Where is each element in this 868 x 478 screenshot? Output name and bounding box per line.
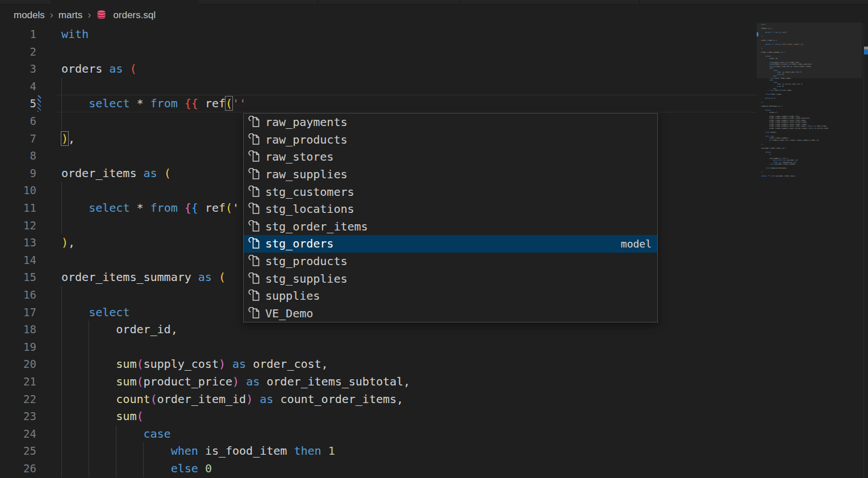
token: [61, 357, 116, 371]
token: order_cost,: [253, 357, 328, 371]
token: [136, 166, 143, 180]
line-number: 7: [0, 130, 36, 148]
code-text: with: [61, 26, 89, 43]
suggest-item-raw_payments[interactable]: raw_payments: [244, 114, 657, 131]
token: select: [89, 201, 130, 215]
snippet-icon: [248, 186, 261, 198]
code-line[interactable]: 20 sum(supply_cost) as order_cost,: [0, 355, 757, 373]
suggest-item-detail: model: [621, 238, 652, 250]
suggest-item-stg_products[interactable]: stg_products: [244, 253, 657, 270]
code-line[interactable]: 4: [0, 78, 757, 95]
suggest-item-stg_supplies[interactable]: stg_supplies: [244, 270, 657, 287]
minimap-content: with orders as ( select * from {{ ref(''…: [757, 24, 862, 178]
suggest-item-stg_locations[interactable]: stg_locations: [244, 200, 657, 218]
minimap[interactable]: with orders as ( select * from {{ ref(''…: [757, 24, 862, 194]
token: as: [232, 357, 246, 371]
code-line[interactable]: 2: [0, 43, 757, 61]
code-text: order_items as (: [61, 165, 171, 182]
token: [61, 427, 144, 441]
token: as: [198, 270, 212, 284]
token: [144, 97, 151, 110]
code-text: sum(: [61, 408, 144, 425]
suggest-item-raw_supplies[interactable]: raw_supplies: [244, 166, 657, 183]
token: [61, 409, 116, 423]
snippet-icon: [248, 116, 261, 128]
token: [130, 97, 136, 110]
line-number: 26: [0, 460, 36, 477]
code-line[interactable]: 22 count(order_item_id) as count_order_i…: [0, 391, 757, 408]
token: ': [232, 201, 239, 215]
snippet-icon: [248, 307, 261, 320]
code-line[interactable]: 25 when is_food_item then 1: [0, 442, 757, 460]
suggest-item-raw_products[interactable]: raw_products: [244, 131, 657, 149]
token: [239, 375, 246, 388]
token: '': [232, 97, 246, 110]
suggest-item-stg_customers[interactable]: stg_customers: [244, 183, 657, 200]
code-line[interactable]: 18 order_id,: [0, 321, 757, 338]
token: [102, 62, 109, 76]
token: ,: [68, 132, 75, 145]
suggest-item-label: supplies: [265, 289, 652, 303]
code-line[interactable]: 24 case: [0, 425, 757, 443]
line-number: 22: [0, 391, 36, 408]
token: (: [226, 201, 232, 215]
line-number: 11: [0, 199, 36, 217]
token: (: [164, 166, 171, 180]
line-number: 4: [0, 78, 36, 95]
line-number: 21: [0, 373, 36, 391]
code-text: sum(supply_cost) as order_cost,: [61, 355, 328, 373]
token: [198, 97, 205, 110]
token: [130, 201, 136, 215]
token: order_item_id: [157, 392, 247, 406]
code-text: ),: [61, 130, 75, 148]
suggest-item-supplies[interactable]: supplies: [244, 287, 657, 305]
token: [198, 462, 205, 475]
line-number: 16: [0, 286, 36, 304]
token: order_items: [61, 166, 136, 180]
token: as: [144, 166, 157, 180]
token: order_items_subtotal,: [266, 375, 410, 388]
token: *: [136, 97, 143, 110]
code-text: order_id,: [61, 321, 178, 338]
suggest-item-label: stg_locations: [265, 202, 652, 216]
suggest-item-raw_stores[interactable]: raw_stores: [244, 148, 657, 166]
code-line[interactable]: 1with: [0, 26, 757, 43]
suggest-item-stg_order_items[interactable]: stg_order_items: [244, 218, 657, 236]
code-text: sum(product_price) as order_items_subtot…: [61, 373, 410, 391]
code-text: select: [61, 304, 130, 321]
snippet-icon: [248, 220, 261, 233]
token: product_price: [144, 375, 233, 388]
suggest-item-stg_orders[interactable]: stg_ordersmodel: [244, 235, 657, 253]
token: count_order_items,: [280, 392, 403, 406]
token: orders: [61, 62, 102, 76]
code-line[interactable]: 3orders as (: [0, 60, 757, 78]
token: select: [89, 305, 130, 319]
line-number: 20: [0, 355, 36, 373]
code-line[interactable]: 26 else 0: [0, 460, 757, 477]
suggest-item-label: raw_supplies: [265, 167, 652, 181]
token: sum: [116, 357, 136, 371]
indent-guide: [61, 286, 62, 304]
token: [157, 166, 164, 180]
token: [61, 444, 171, 458]
suggest-widget: raw_paymentsraw_productsraw_storesraw_su…: [243, 113, 658, 322]
token: {: [185, 201, 191, 215]
code-line[interactable]: 23 sum(: [0, 408, 757, 425]
token: case: [144, 427, 171, 441]
line-number: 13: [0, 234, 36, 251]
code-line[interactable]: 5 select * from {{ ref('': [0, 95, 757, 112]
indent-guide: [61, 112, 62, 130]
snippet-icon: [248, 272, 261, 285]
line-number: 9: [0, 165, 36, 182]
token: [246, 357, 253, 371]
token: [61, 305, 89, 319]
suggest-item-label: raw_payments: [265, 115, 652, 129]
suggest-item-VE_Demo[interactable]: VE_Demo: [244, 305, 657, 322]
token: from: [151, 97, 178, 110]
code-line[interactable]: 21 sum(product_price) as order_items_sub…: [0, 373, 757, 391]
suggest-item-label: stg_orders: [265, 237, 621, 250]
code-line[interactable]: 19: [0, 338, 757, 356]
token: sum: [116, 409, 136, 423]
token: ,: [68, 236, 75, 249]
token: [198, 201, 205, 215]
